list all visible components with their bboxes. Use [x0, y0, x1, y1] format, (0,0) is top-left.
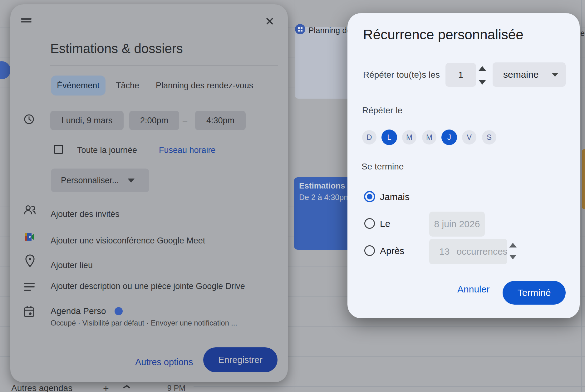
frequency-value: semaine: [503, 69, 538, 80]
occurrences-increment-icon[interactable]: [509, 243, 517, 247]
yellow-event-partial[interactable]: [582, 149, 585, 209]
all-day-checkbox[interactable]: [54, 145, 63, 154]
recurrence-dialog-title: Récurrence personnalisée: [363, 27, 524, 42]
hour-gutter-label: 9 PM: [159, 384, 185, 392]
interval-input[interactable]: 1: [445, 63, 476, 87]
ends-on-radio[interactable]: [364, 218, 375, 229]
description-icon: [23, 282, 35, 293]
end-date-field[interactable]: 8 juin 2026: [429, 212, 485, 237]
repeat-every-label: Répéter tou(te)s les: [363, 70, 440, 80]
all-day-label: Toute la journée: [77, 145, 137, 155]
date-button[interactable]: Lundi, 9 mars: [50, 111, 124, 130]
done-button[interactable]: Terminé: [503, 281, 566, 305]
repeat-on-label: Répéter le: [362, 105, 402, 115]
calendar-select-row[interactable]: Agenda Perso: [51, 306, 106, 316]
add-meet-row[interactable]: Ajouter une visioconférence Google Meet: [51, 236, 205, 246]
interval-decrement-icon[interactable]: [479, 80, 486, 85]
sidebar-bottom-strip: Autres agendas + 9 PM: [0, 382, 194, 392]
other-calendars-header: Autres agendas: [11, 383, 72, 392]
occurrences-field[interactable]: 13 occurrences: [429, 239, 507, 264]
sidebar-avatar-partial: [0, 61, 11, 79]
end-time-button[interactable]: 4:30pm: [195, 111, 246, 130]
occurrences-count: 13: [439, 246, 450, 257]
recurrence-value: Personnaliser...: [61, 176, 119, 185]
event-title-input[interactable]: Estimations & dossiers: [50, 41, 183, 56]
start-time-button[interactable]: 2:00pm: [129, 111, 179, 130]
title-underline: [50, 66, 278, 66]
appointment-schedule-icon: [295, 24, 305, 34]
day-chip-mercredi[interactable]: M: [422, 130, 436, 145]
ends-on-label[interactable]: Le: [380, 218, 390, 229]
timezone-link[interactable]: Fuseau horaire: [159, 145, 216, 155]
drag-handle-icon[interactable]: [21, 18, 32, 23]
tab-planning-rendez-vous[interactable]: Planning des rendez-vous: [156, 76, 253, 96]
add-description-row[interactable]: Ajouter description ou une pièce jointe …: [51, 282, 245, 291]
day-chip-lundi[interactable]: L: [381, 130, 397, 145]
day-chip-jeudi[interactable]: J: [441, 130, 457, 145]
day-chip-mardi[interactable]: M: [402, 130, 416, 145]
cancel-button[interactable]: Annuler: [457, 284, 489, 295]
chevron-up-icon[interactable]: [123, 386, 130, 390]
add-calendar-icon[interactable]: +: [103, 383, 109, 392]
recurrence-dropdown[interactable]: Personnaliser...: [51, 169, 149, 192]
calendar-color-dot: [115, 307, 123, 315]
location-pin-icon: [25, 254, 35, 269]
ends-never-radio[interactable]: [364, 191, 375, 202]
calendar-icon: [23, 306, 35, 319]
frequency-dropdown[interactable]: semaine: [493, 62, 566, 87]
day-chip-dimanche[interactable]: D: [362, 130, 376, 145]
ends-after-label[interactable]: Après: [380, 246, 404, 256]
custom-recurrence-dialog: Récurrence personnalisée Répéter tou(te)…: [347, 13, 580, 318]
more-options-button[interactable]: Autres options: [135, 357, 193, 367]
event-creation-dialog: Estimations & dossiers Événement Tâche P…: [10, 4, 288, 382]
day-chip-samedi[interactable]: S: [482, 130, 496, 145]
clock-icon: [23, 114, 35, 126]
grid-icon: [297, 27, 303, 32]
interval-increment-icon[interactable]: [479, 66, 486, 71]
time-range-separator: –: [183, 111, 187, 130]
day-chip-vendredi[interactable]: V: [462, 130, 476, 145]
occurrences-unit: occurrences: [456, 246, 507, 257]
add-guests-row[interactable]: Ajouter des invités: [51, 209, 120, 219]
ends-after-radio[interactable]: [364, 245, 375, 256]
ends-label: Se termine: [361, 162, 404, 172]
tab-tache[interactable]: Tâche: [116, 76, 139, 96]
google-meet-icon: [23, 231, 36, 244]
close-icon[interactable]: [265, 16, 275, 26]
chevron-down-icon: [128, 179, 135, 183]
tab-evenement[interactable]: Événement: [51, 76, 106, 96]
google-calendar-screen: ..e Planning de Estimations & De 2 à 4:3…: [0, 0, 585, 392]
guests-icon: [23, 204, 36, 217]
occurrences-decrement-icon[interactable]: [509, 255, 517, 259]
save-button[interactable]: Enregistrer: [203, 347, 278, 372]
add-location-row[interactable]: Ajouter lieu: [51, 261, 93, 270]
chevron-down-icon: [552, 73, 558, 77]
ends-never-label[interactable]: Jamais: [380, 192, 410, 202]
calendar-settings-summary[interactable]: Occupé · Visibilité par défaut · Envoyer…: [51, 319, 237, 327]
